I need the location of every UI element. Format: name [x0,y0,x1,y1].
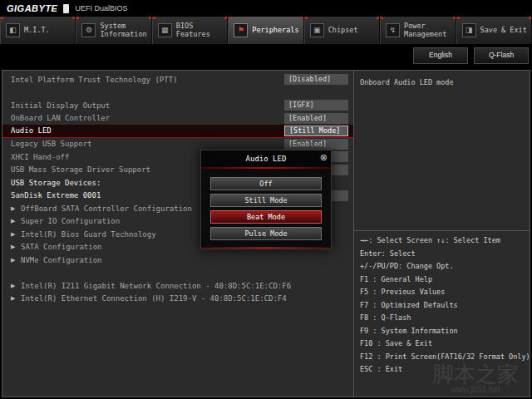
bios-screen: GIGABYTE UEFI DualBIOS ◧ M.I.T. ⚙ System… [0,0,532,399]
setting-row-i211-network[interactable]: ▶ Intel(R) I211 Gigabit Network Connecti… [2,279,353,293]
tab-label: Peripherals [252,27,298,35]
submenu-arrow-icon: ▶ [11,257,17,264]
tab-mit[interactable]: ◧ M.I.T. [0,17,76,44]
setting-row-i219-ethernet[interactable]: ▶ Intel(R) Ethernet Connection (H) I219-… [2,293,353,306]
close-icon[interactable]: ⊗ [320,152,328,164]
setting-label: OffBoard SATA Controller Configuration [21,204,192,213]
bios-product-name: UEFI DualBIOS [75,4,127,12]
help-description: Onboard Audio LED mode [354,71,530,94]
dialog-title-bar: Audio LED ⊗ [201,150,331,169]
tab-system-information[interactable]: ⚙ System Information [76,17,151,44]
tab-label: M.I.T. [24,27,50,35]
system-information-icon: ⚙ [81,23,96,37]
tab-label: System Information [100,22,148,39]
audio-led-dialog: Audio LED ⊗ Off Still Mode Beat Mode Pul… [200,150,332,249]
setting-value[interactable]: [Still Mode] [284,126,348,136]
setting-label: Initial Display Output [11,101,110,110]
tab-label: Power Management [404,22,452,39]
language-button[interactable]: English [413,47,468,64]
setting-value[interactable]: [Disabled] [284,74,348,85]
tab-save-exit[interactable]: ◨ Save & Exit [456,17,532,44]
setting-label: Audio LED [11,126,52,135]
gigabyte-logo: GIGABYTE [7,3,57,13]
setting-row-initial-display-output[interactable]: Initial Display Output [IGFX] [2,99,353,112]
setting-label: Intel Platform Trust Technology (PTT) [11,76,177,84]
key-legend-line: F12 : Print Screen(FAT16/32 Format Only) [360,351,530,364]
key-legend-line: +/-/PU/PD: Change Opt. [360,260,530,273]
qflash-button[interactable]: Q-Flash [474,47,529,64]
setting-label: Super IO Configuration [21,217,120,225]
setting-label: Intel(R) I211 Gigabit Network Connection… [21,282,291,290]
tab-label: BIOS Features [176,22,224,39]
gigabyte-logo-icon [63,4,69,13]
key-legend-line: F1 : General Help [360,273,530,287]
key-legend: →←: Select Screen ↑↓: Select Item Enter:… [360,234,530,377]
setting-label: USB Storage Devices: [11,179,101,187]
setting-label: Intel(R) Bios Guard Technology [21,230,156,239]
submenu-arrow-icon: ▶ [11,231,17,238]
submenu-arrow-icon: ▶ [11,218,17,224]
setting-row-legacy-usb[interactable]: Legacy USB Support [Enabled] [2,138,353,151]
setting-label: Legacy USB Support [11,140,92,148]
key-legend-line: F10 : Save & Exit [360,337,530,351]
setting-row-onboard-lan[interactable]: OnBoard LAN Controller [Enabled] [2,112,353,126]
setting-label: USB Mass Storage Driver Support [11,165,150,174]
setting-label: SATA Configuration [21,243,102,251]
setting-label: NVMe Configuration [21,256,102,264]
sidebar-divider [354,230,530,231]
key-legend-line: Enter: Select [360,248,530,261]
key-legend-line: ESC : Exit [360,363,530,377]
dialog-option-pulse-mode[interactable]: Pulse Mode [210,227,322,240]
tab-label: Chipset [328,27,358,35]
setting-value[interactable]: [IGFX] [284,100,348,111]
setting-row-nvme-config[interactable]: ▶ NVMe Configuration [2,254,353,267]
setting-row-ptt[interactable]: Intel Platform Trust Technology (PTT) [D… [2,73,353,86]
peripherals-flag-icon: ⚑ [234,23,248,37]
key-legend-line: F7 : Optimized Defaults [360,299,530,313]
key-legend-line: →←: Select Screen ↑↓: Select Item [360,234,530,248]
setting-label: XHCI Hand-off [11,153,69,161]
dialog-title: Audio LED [246,155,287,163]
submenu-arrow-icon: ▶ [11,205,17,212]
submenu-arrow-icon: ▶ [11,283,17,289]
dialog-option-still-mode[interactable]: Still Mode [210,194,322,207]
power-icon: ↯ [386,23,400,37]
tab-bar: ◧ M.I.T. ⚙ System Information ▦ BIOS Fea… [0,17,532,45]
save-exit-icon: ◨ [462,23,476,37]
tab-peripherals[interactable]: ⚑ Peripherals [228,17,303,44]
top-brand-bar: GIGABYTE UEFI DualBIOS [0,0,532,17]
spacer [2,267,353,280]
submenu-arrow-icon: ▶ [11,295,17,302]
submenu-arrow-icon: ▶ [11,244,17,250]
tab-power-management[interactable]: ↯ Power Management [380,17,456,44]
mit-icon: ◧ [6,23,20,37]
tab-label: Save & Exit [480,27,527,35]
chipset-icon: ▣ [310,23,324,37]
dialog-options: Off Still Mode Beat Mode Pulse Mode [201,169,331,249]
bios-features-icon: ▦ [158,23,172,37]
help-sidebar: Onboard Audio LED mode →←: Select Screen… [353,71,530,397]
setting-label: SanDisk Extreme 0001 [11,191,101,200]
setting-value[interactable]: [Enabled] [284,113,348,124]
setting-value[interactable]: [Enabled] [284,139,348,150]
tab-chipset[interactable]: ▣ Chipset [304,17,380,44]
dialog-option-beat-mode[interactable]: Beat Mode [210,210,322,224]
quick-bar: English Q-Flash [0,44,532,70]
key-legend-line: F8 : Q-Flash [360,312,530,325]
setting-row-audio-led[interactable]: Audio LED [Still Mode] [2,125,353,138]
spacer [2,86,353,100]
key-legend-line: F5 : Previous Values [360,286,530,299]
dialog-option-off[interactable]: Off [210,177,322,190]
key-legend-line: F9 : System Information [360,325,530,338]
setting-label: OnBoard LAN Controller [11,114,110,122]
setting-label: Intel(R) Ethernet Connection (H) I219-V … [21,294,287,303]
tab-bios-features[interactable]: ▦ BIOS Features [152,17,228,44]
